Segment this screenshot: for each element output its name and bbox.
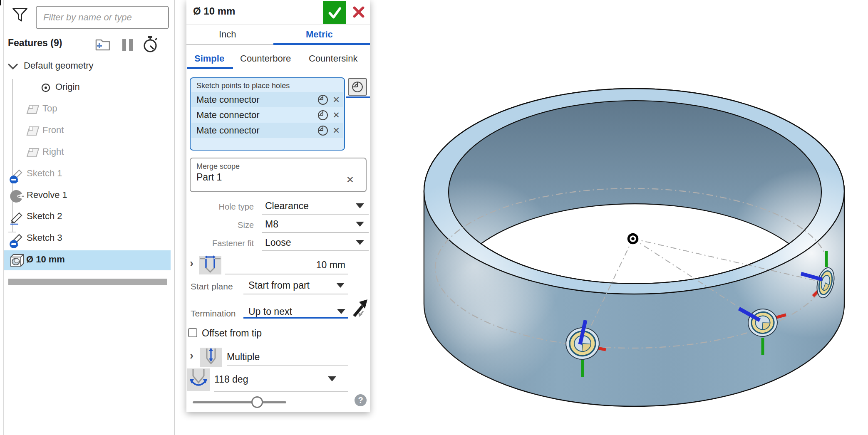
expand-chevron-icon[interactable]: ›	[190, 257, 193, 270]
ring-part[interactable]	[385, 89, 868, 406]
feature-tree-panel: Features (9) Default geometry Origin	[0, 0, 175, 435]
remove-selection-button[interactable]: ✕	[329, 110, 343, 120]
termination-select[interactable]: Up to next	[248, 306, 292, 317]
sketch-hidden-icon	[8, 230, 26, 248]
field-underline	[214, 391, 348, 392]
tip-angle-select[interactable]: 118 deg	[214, 374, 248, 385]
field-underline	[227, 365, 348, 366]
tree-item-sketch1[interactable]: Sketch 1	[0, 163, 175, 184]
selection-row-mate-connector[interactable]: Mate connector ✕	[191, 123, 343, 138]
size-label: Size	[186, 220, 254, 230]
field-underline	[262, 214, 369, 215]
hole-type-select[interactable]: Clearance	[265, 200, 309, 212]
field-underline	[262, 232, 369, 233]
merge-scope-label: Merge scope	[196, 162, 366, 171]
tree-item-label: Origin	[55, 82, 80, 92]
suppress-pause-icon[interactable]	[121, 38, 135, 52]
dropdown-caret-icon[interactable]	[356, 203, 364, 208]
hole-type-label: Hole type	[186, 202, 254, 212]
tab-countersink[interactable]: Countersink	[309, 53, 357, 64]
tree-item-label: Front	[42, 125, 64, 136]
merge-scope-field[interactable]: Merge scope Part 1 ✕	[190, 158, 367, 192]
remove-selection-button[interactable]: ✕	[329, 126, 343, 136]
selection-row-mate-connector[interactable]: Mate connector ✕	[191, 92, 343, 107]
tree-item-origin[interactable]: Origin	[0, 77, 175, 98]
start-plane-select[interactable]: Start from part	[248, 280, 310, 291]
tab-counterbore[interactable]: Counterbore	[240, 53, 291, 64]
field-underline-active	[243, 317, 348, 319]
mate-connector-icon	[317, 125, 329, 136]
header-divider	[186, 25, 370, 25]
rollback-bar[interactable]	[8, 279, 167, 285]
selection-row-label: Mate connector	[196, 94, 317, 105]
drill-tip-angle-icon	[187, 368, 210, 391]
mate-connector-mode-underline	[346, 96, 370, 98]
flip-direction-icon[interactable]	[351, 298, 369, 319]
origin-icon	[40, 82, 51, 93]
regeneration-timer-icon[interactable]	[141, 35, 160, 53]
tab-simple[interactable]: Simple	[194, 53, 224, 64]
filter-funnel-icon[interactable]	[12, 7, 28, 23]
hole-feature-icon	[8, 253, 25, 268]
tab-inch[interactable]: Inch	[219, 29, 236, 40]
cancel-button[interactable]	[351, 5, 367, 20]
confirm-button[interactable]	[323, 1, 346, 24]
window-corner-tick	[0, 0, 1, 5]
plane-icon	[26, 146, 40, 159]
opacity-slider-thumb[interactable]	[251, 396, 263, 408]
dropdown-caret-icon[interactable]	[356, 222, 364, 227]
mate-connector-mode-button[interactable]	[348, 78, 367, 96]
selection-list-label: Sketch points to place holes	[196, 82, 344, 90]
tree-item-revolve1[interactable]: Revolve 1	[0, 185, 175, 206]
tree-item-label: Revolve 1	[27, 190, 67, 200]
tree-item-label: Right	[42, 146, 64, 157]
origin-marker[interactable]	[629, 235, 637, 243]
plane-icon	[26, 103, 40, 116]
offset-from-tip-checkbox[interactable]	[188, 328, 197, 337]
selection-row-mate-connector[interactable]: Mate connector ✕	[191, 107, 343, 123]
remove-merge-scope-button[interactable]: ✕	[346, 174, 354, 185]
check-icon	[326, 5, 343, 20]
multiple-depth-icon	[200, 347, 222, 368]
help-button[interactable]: ?	[355, 394, 367, 406]
multiple-label[interactable]: Multiple	[227, 351, 260, 363]
fastener-fit-select[interactable]: Loose	[265, 237, 291, 248]
depth-value-field[interactable]: 10 mm	[228, 260, 345, 271]
filter-input[interactable]	[36, 6, 169, 29]
tree-item-right-plane[interactable]: Right	[0, 142, 175, 163]
opacity-slider-track[interactable]	[193, 401, 286, 403]
tree-item-label: Default geometry	[24, 60, 94, 71]
expand-chevron-icon[interactable]: ›	[190, 349, 193, 362]
features-header: Features (9)	[8, 37, 62, 49]
tree-item-sketch2[interactable]: Sketch 2	[0, 206, 175, 227]
mate-connector-icon	[317, 109, 329, 121]
remove-selection-button[interactable]: ✕	[329, 95, 343, 105]
tree-item-hole-feature[interactable]: Ø 10 mm	[0, 250, 175, 270]
dialog-title: Ø 10 mm	[193, 5, 235, 17]
dropdown-caret-icon[interactable]	[336, 283, 345, 288]
tree-item-top-plane[interactable]: Top	[0, 99, 175, 119]
tree-item-label: Sketch 2	[27, 211, 62, 222]
tab-metric[interactable]: Metric	[306, 29, 333, 40]
active-tab-underline	[187, 67, 233, 69]
mate-connector-icon	[317, 94, 329, 106]
dropdown-caret-icon[interactable]	[328, 376, 336, 381]
chevron-down-icon[interactable]	[7, 62, 19, 71]
termination-label: Termination	[191, 309, 236, 319]
hole-depth-icon	[199, 254, 221, 274]
hole-placement-selection-list[interactable]: Sketch points to place holes Mate connec…	[190, 77, 345, 151]
tree-item-default-geometry[interactable]: Default geometry	[0, 56, 175, 77]
x-icon	[352, 5, 365, 19]
tree-item-label: Ø 10 mm	[26, 254, 65, 265]
dropdown-caret-icon[interactable]	[356, 240, 364, 245]
tree-item-sketch3[interactable]: Sketch 3	[0, 228, 175, 249]
new-folder-icon[interactable]	[94, 37, 112, 52]
tree-item-label: Sketch 1	[27, 168, 62, 179]
active-tab-underline	[273, 43, 370, 45]
start-plane-label: Start plane	[191, 282, 233, 292]
tree-item-label: Top	[42, 103, 57, 114]
size-select[interactable]: M8	[265, 219, 278, 230]
dropdown-caret-icon[interactable]	[337, 309, 345, 314]
tree-item-front-plane[interactable]: Front	[0, 120, 175, 141]
selection-row-label: Mate connector	[196, 125, 317, 136]
